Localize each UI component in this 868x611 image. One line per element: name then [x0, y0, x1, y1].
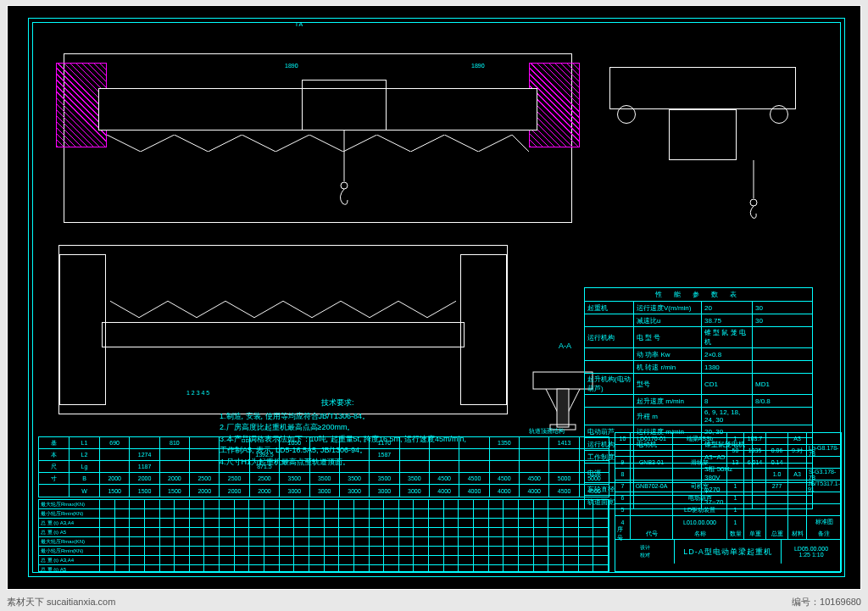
truss-zigzag — [107, 135, 529, 152]
plan-girder — [102, 322, 465, 347]
wheelload-row: 总 重 (t) A3,A4 — [39, 519, 609, 528]
param-row: 运行机构电 型 号锥 型 鼠 笼 电 机 — [585, 327, 812, 348]
param-table-title: 性 能 参 数 表 — [585, 288, 812, 302]
bom-row: 9GNB3-01滑线架136.0140.14 — [615, 457, 841, 469]
side-view — [593, 33, 813, 211]
title-block-header: 序号 代号 名称 数量 单重 总重 材料 备注 — [615, 528, 841, 540]
param-row: 起升速度 m/min88/0.8 — [585, 395, 812, 408]
wheel-load-table: 最大轮压Rmax(KN)最小轮压Rmin(KN)总 重 (t) A3,A4总 重… — [38, 499, 609, 572]
title-block-name: 设计校对 LD-A型电动单梁起重机 LD05.00.000 1:25 1:10 — [615, 540, 841, 564]
wheel-icon — [617, 105, 636, 124]
bom-row: 4L010.00.0001标准图 — [615, 516, 841, 528]
svg-point-1 — [341, 182, 348, 189]
wheelload-row: 总 重 (t) A5 — [39, 565, 609, 572]
cad-canvas: I A 1890 1890 — [7, 5, 861, 590]
tech-req-item: 2.厂房高度比起重机最高点高≥200mm。 — [220, 422, 508, 434]
svg-rect-5 — [557, 389, 569, 427]
bom-row: 5010350.069.对Lg-G8.178-78 — [615, 445, 841, 457]
bom-row: 10LD0170-01端梁ASSb1103.7A3 — [615, 433, 841, 445]
page-footer: 素材天下 sucaitianxia.com 编号：10169680 — [7, 595, 861, 608]
side-girder — [609, 67, 796, 109]
footer-id: 编号：10169680 — [792, 596, 861, 608]
drawing-area: I A 1890 1890 — [42, 25, 838, 469]
dimensions-table: 基L16908101050117013501413本L212741392.515… — [38, 436, 609, 497]
wheelload-row: 最小轮压Rmin(KN) — [39, 509, 609, 519]
dim-span2: 1890 — [471, 63, 485, 69]
side-hoist — [669, 109, 737, 160]
bom-row: 7GNB702-0A司机室1277JB/T5317.1-91 — [615, 480, 841, 492]
param-row: 动 功率 Kw2×0.8 — [585, 348, 812, 361]
hoist-hook — [336, 131, 353, 207]
end-truck-right — [460, 254, 507, 405]
drawing-number: LD05.00.000 — [794, 546, 828, 552]
wheelload-row: 最小轮压Rmin(KN) — [39, 547, 609, 556]
dims-row: 基L16908101050117013501413 — [39, 437, 609, 449]
wheelload-row: 总 重 (t) A3,A4 — [39, 556, 609, 565]
wheelload-row: 总 重 (t) A5 — [39, 528, 609, 537]
wheelload-row: 最大轮压Rmax(KN) — [39, 500, 609, 509]
param-row: 起升机构(电动葫芦)型号CD1MD1 — [585, 374, 812, 395]
trackface-label: 轨道顶面结构 — [529, 427, 565, 436]
tech-req-item: 1.制造, 安装, 使用等均应符合JB/T1306-84。 — [220, 411, 508, 423]
trolley — [302, 80, 387, 131]
section-label: A-A — [559, 342, 571, 350]
top-mark: I A — [296, 21, 303, 27]
dims-row: 寸B20002000200025002500250035003500350035… — [39, 473, 609, 485]
drawing-title: LD-A型电动单梁起重机 — [675, 540, 782, 564]
dims-row: 本L212741392.51587 — [39, 449, 609, 461]
elevation-view: 1890 1890 — [64, 53, 572, 223]
title-block: 10LD0170-01端梁ASSb1103.7A35010350.069.对Lg… — [615, 432, 842, 572]
footer-source[interactable]: 素材天下 sucaitianxia.com — [7, 596, 115, 608]
param-row: 机 转速 r/min1380 — [585, 361, 812, 374]
callout-balloon: 1 2 3 4 5 — [186, 390, 209, 396]
plan-view: 1 2 3 4 5 — [58, 245, 508, 414]
tech-req-title: 技术要求: — [220, 397, 508, 409]
param-row: 起重机运行速度V(m/min)2030 — [585, 302, 812, 314]
bom-row: 81.0A3S-G3.178-78 — [615, 469, 841, 480]
dim-span: 1890 — [285, 63, 298, 69]
bom-row: 6电动葫芦1 — [615, 492, 841, 504]
drawing-scale: 1:25 1:10 — [798, 552, 823, 558]
end-truck-left — [59, 254, 106, 405]
dims-row: W150015001500200020002000300030003000300… — [39, 485, 609, 497]
wheel-icon — [770, 105, 788, 124]
plan-zigzag — [110, 301, 456, 318]
param-row: 减速比u38.7530 — [585, 314, 812, 327]
bom-row: 5LD驱动装置1 — [615, 504, 841, 516]
wheelload-row: 最大轮压Rmax(KN) — [39, 537, 609, 547]
side-hook — [745, 160, 762, 219]
svg-point-3 — [750, 199, 757, 206]
dims-row: 尺Lg1187871.5 — [39, 461, 609, 473]
param-row: 升程 m6, 9, 12, 18, 24, 30 — [585, 408, 812, 425]
